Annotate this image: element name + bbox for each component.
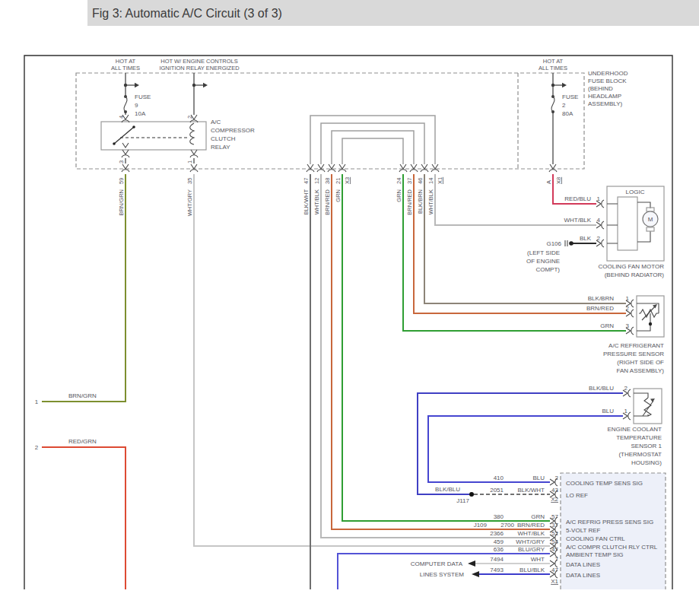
ground-g106: G106 (LEFT SIDE OF ENGINE COMPT) xyxy=(526,240,573,273)
left-stub-2: 2 RED/GRN xyxy=(35,438,97,451)
svg-text:CLUTCH: CLUTCH xyxy=(211,135,236,142)
svg-text:M: M xyxy=(648,216,653,223)
connector-x1-top: X1 xyxy=(437,177,443,184)
svg-text:2: 2 xyxy=(35,444,39,451)
svg-text:OF ENGINE: OF ENGINE xyxy=(526,258,560,265)
svg-text:BLU/BLK: BLU/BLK xyxy=(519,567,545,573)
svg-text:(BEHIND: (BEHIND xyxy=(588,85,613,92)
svg-text:WHT/BLK: WHT/BLK xyxy=(517,530,545,537)
svg-text:RED/BLU: RED/BLU xyxy=(564,195,591,202)
svg-text:9: 9 xyxy=(135,102,138,109)
exit-pin-numbers: 59 35 47 12 38 21 X3 24 37 46 14 X1 A X8 xyxy=(118,177,562,184)
svg-text:FAN ASSEMBLY): FAN ASSEMBLY) xyxy=(616,367,664,374)
svg-text:GRN: GRN xyxy=(600,322,614,329)
svg-text:WHT: WHT xyxy=(531,556,545,563)
pressure-pin-labels: BLK/BRN 1 BRN/RED 2 GRN 3 xyxy=(586,295,630,329)
svg-text:A/C COMPR CLUTCH RLY CTRL: A/C COMPR CLUTCH RLY CTRL xyxy=(566,544,658,551)
wiring-diagram-page: Fig 3: Automatic A/C Circuit (3 of 3) UN… xyxy=(0,0,699,616)
fan-pin-labels: RED/BLU 1 WHT/BLK 4 BLK 2 xyxy=(564,195,600,242)
svg-text:47: 47 xyxy=(551,567,558,573)
svg-text:4: 4 xyxy=(597,217,601,224)
svg-text:TEMPERATURE: TEMPERATURE xyxy=(616,434,662,441)
svg-text:BLK: BLK xyxy=(580,235,592,242)
svg-text:BRN/GRN: BRN/GRN xyxy=(118,189,125,216)
svg-text:BLK/BRN: BLK/BRN xyxy=(417,189,424,214)
fuse-2-icon xyxy=(551,95,554,113)
connector-x8: X8 xyxy=(555,177,562,184)
svg-text:(LEFT SIDE: (LEFT SIDE xyxy=(527,249,560,256)
svg-text:G106: G106 xyxy=(546,240,561,247)
svg-text:HOUSING): HOUSING) xyxy=(631,459,662,466)
svg-text:5-VOLT REF: 5-VOLT REF xyxy=(566,527,601,534)
svg-text:14: 14 xyxy=(427,178,434,184)
svg-text:GRN: GRN xyxy=(531,513,545,520)
svg-text:BRN/RED: BRN/RED xyxy=(517,522,545,529)
svg-text:ALL TIMES: ALL TIMES xyxy=(539,65,567,71)
svg-text:ALL TIMES: ALL TIMES xyxy=(111,65,140,71)
hot-feed-tap-icon xyxy=(192,83,208,87)
wire-grn-21 xyxy=(342,174,550,521)
svg-text:459: 459 xyxy=(494,538,504,545)
relay-pin-connector xyxy=(190,150,198,157)
svg-text:GRN: GRN xyxy=(396,189,402,202)
svg-text:410: 410 xyxy=(494,475,504,481)
svg-text:57: 57 xyxy=(551,513,558,520)
svg-text:BRN/GRN: BRN/GRN xyxy=(68,392,97,399)
svg-text:(RIGHT SIDE OF: (RIGHT SIDE OF xyxy=(617,359,664,366)
connector-x2: X2 xyxy=(551,496,558,503)
left-stub-1: 1 BRN/GRN xyxy=(35,392,97,405)
svg-text:DATA LINES: DATA LINES xyxy=(566,572,600,579)
relay-pin-connector xyxy=(122,150,129,157)
svg-text:47: 47 xyxy=(303,178,310,184)
fan-motor-symbol: M xyxy=(607,202,658,243)
svg-text:2: 2 xyxy=(555,475,559,481)
svg-text:SENSOR 1: SENSOR 1 xyxy=(631,443,662,449)
ground-icon xyxy=(565,240,567,246)
svg-text:LO REF: LO REF xyxy=(566,492,588,499)
wire-red-grn xyxy=(42,447,126,589)
svg-text:2: 2 xyxy=(597,235,601,242)
feed-labels: HOT AT ALL TIMES HOT W/ ENGINE CONTROLS … xyxy=(111,58,567,71)
svg-text:1: 1 xyxy=(597,195,601,202)
svg-text:2051: 2051 xyxy=(490,487,504,494)
svg-text:636: 636 xyxy=(494,546,504,553)
svg-text:FUSE: FUSE xyxy=(135,94,151,100)
svg-text:21: 21 xyxy=(335,178,342,184)
relay-pin-4: 4 xyxy=(118,116,125,119)
hot-feed-tap-icon xyxy=(551,83,567,87)
computer-data-label: COMPUTER DATA LINES SYSTEM xyxy=(411,560,464,578)
svg-text:WHT/GRY: WHT/GRY xyxy=(516,538,545,545)
relay-label: A/C COMPRESSOR CLUTCH RELAY xyxy=(211,119,255,151)
svg-text:A: A xyxy=(545,180,552,184)
wire-brn-grn xyxy=(42,174,126,402)
pressure-caption: A/C REFRIGERANT PRESSURE SENSOR (RIGHT S… xyxy=(603,342,664,374)
svg-text:BLU: BLU xyxy=(532,475,545,481)
svg-text:ASSEMBLY): ASSEMBLY) xyxy=(588,100,623,107)
fuse-block-exit-connectors xyxy=(122,164,557,172)
logic-label: LOGIC xyxy=(626,189,645,195)
fuse-9-label: FUSE 9 10A xyxy=(135,94,151,117)
svg-text:24: 24 xyxy=(396,178,402,184)
relay-pin-3: 3 xyxy=(118,160,125,164)
svg-text:2700: 2700 xyxy=(500,522,514,529)
svg-text:DATA LINES: DATA LINES xyxy=(566,561,600,568)
svg-text:RED/GRN: RED/GRN xyxy=(68,438,97,445)
pressure-sensor-internals xyxy=(637,303,659,331)
svg-text:52: 52 xyxy=(551,530,558,537)
svg-text:WHT/BLK: WHT/BLK xyxy=(313,189,320,214)
svg-text:10A: 10A xyxy=(135,110,146,117)
splice-j117-label: J117 xyxy=(456,497,469,504)
exit-wire-colors: BRN/GRN WHT/GRY BLK/WHT WHT/BLK BRN/RED … xyxy=(118,189,434,216)
svg-text:RELAY: RELAY xyxy=(211,144,230,151)
svg-text:WHT/BLK: WHT/BLK xyxy=(427,189,434,214)
svg-text:2: 2 xyxy=(562,102,566,109)
hot-feed-tap-icon xyxy=(124,83,139,87)
svg-text:3: 3 xyxy=(626,322,630,329)
coolant-caption: ENGINE COOLANT TEMPERATURE SENSOR 1 (THE… xyxy=(607,426,662,466)
svg-text:(BEHIND RADIATOR): (BEHIND RADIATOR) xyxy=(605,271,665,278)
svg-text:BLU: BLU xyxy=(602,408,614,414)
svg-text:35: 35 xyxy=(186,178,193,184)
svg-text:7493: 7493 xyxy=(490,567,504,573)
fuse-9-icon xyxy=(124,95,127,113)
data-line-arrow-icon xyxy=(468,560,475,567)
